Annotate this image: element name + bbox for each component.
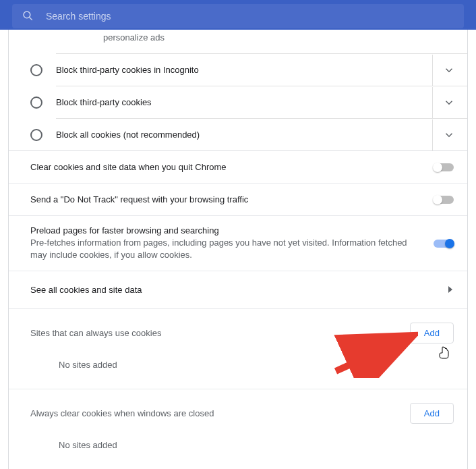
radio-block-incognito[interactable]: Block third-party cookies in Incognito xyxy=(56,53,467,86)
chevron-right-icon xyxy=(448,285,452,295)
toggle-do-not-track[interactable]: Send a "Do Not Track" request with your … xyxy=(9,183,467,215)
add-always-allow-button[interactable]: Add xyxy=(410,323,454,343)
svg-point-0 xyxy=(24,11,30,18)
radio-label: Block third-party cookies xyxy=(56,97,432,107)
search-bar xyxy=(0,0,476,30)
radio-label: Block all cookies (not recommended) xyxy=(56,130,432,140)
nav-label: See all cookies and site data xyxy=(30,285,448,295)
expand-button[interactable] xyxy=(432,87,465,118)
search-wrap[interactable] xyxy=(12,4,464,28)
toggle-preload[interactable]: Preload pages for faster browsing and se… xyxy=(9,215,467,271)
radio-icon xyxy=(30,64,42,76)
radio-block-all[interactable]: Block all cookies (not recommended) xyxy=(56,118,467,150)
empty-state: No sites added xyxy=(9,429,467,469)
toggle-switch[interactable] xyxy=(434,240,454,248)
radio-description-fragment: personalize ads xyxy=(9,30,467,53)
expand-button[interactable] xyxy=(432,55,465,86)
radio-icon xyxy=(30,129,42,141)
add-always-clear-button[interactable]: Add xyxy=(410,403,454,424)
section-always-clear: Always clear cookies when windows are cl… xyxy=(9,389,467,429)
toggle-label: Preload pages for faster browsing and se… xyxy=(30,225,434,261)
expand-button[interactable] xyxy=(432,119,465,150)
search-input[interactable] xyxy=(46,11,454,22)
toggle-title: Clear cookies and site data when you qui… xyxy=(30,162,420,172)
toggle-title: Send a "Do Not Track" request with your … xyxy=(30,194,420,204)
radio-block-third-party[interactable]: Block third-party cookies xyxy=(56,86,467,118)
settings-card: personalize ads Block third-party cookie… xyxy=(8,30,468,469)
radio-label: Block third-party cookies in Incognito xyxy=(56,65,432,75)
toggle-switch[interactable] xyxy=(434,163,454,171)
empty-state: No sites added xyxy=(9,349,467,389)
toggle-switch[interactable] xyxy=(434,196,454,204)
search-icon xyxy=(22,9,34,24)
radio-icon xyxy=(30,96,42,109)
svg-line-1 xyxy=(30,17,32,20)
see-all-cookies-link[interactable]: See all cookies and site data xyxy=(9,271,467,308)
toggle-clear-on-quit[interactable]: Clear cookies and site data when you qui… xyxy=(9,150,467,183)
toggle-title: Preload pages for faster browsing and se… xyxy=(30,225,420,236)
svg-marker-2 xyxy=(448,286,452,293)
section-always-allow: Sites that can always use cookies Add xyxy=(9,308,467,349)
toggle-label: Send a "Do Not Track" request with your … xyxy=(30,194,434,204)
section-title: Sites that can always use cookies xyxy=(30,328,410,338)
section-title: Always clear cookies when windows are cl… xyxy=(30,408,410,418)
toggle-label: Clear cookies and site data when you qui… xyxy=(30,162,434,172)
toggle-subtitle: Pre-fetches information from pages, incl… xyxy=(30,237,420,261)
